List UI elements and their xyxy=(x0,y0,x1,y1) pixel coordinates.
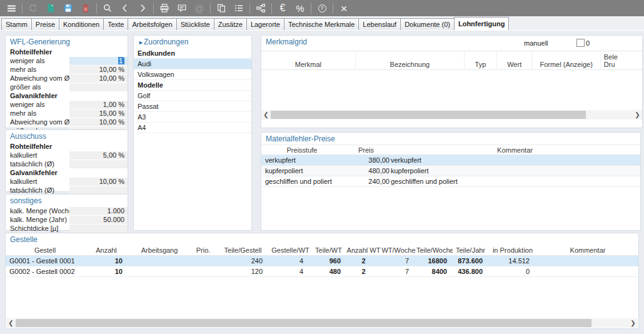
value-field[interactable]: 1.000 xyxy=(69,207,128,215)
list-item-group[interactable]: Modelle xyxy=(134,80,251,91)
panel-sonstiges: sonstiges kalk. Menge (Woche) 1.000 kalk… xyxy=(5,194,128,231)
value-field[interactable]: 10,00 % xyxy=(69,66,128,74)
scroll-left-arrow[interactable]: ❮ xyxy=(6,318,16,328)
value-field[interactable] xyxy=(69,186,128,195)
list-item[interactable]: Passat xyxy=(134,101,251,112)
save-button[interactable] xyxy=(59,1,77,16)
copy-button[interactable] xyxy=(213,1,230,16)
value-field[interactable]: 1,00 % xyxy=(69,101,128,109)
property-label: weniger als xyxy=(6,101,69,109)
column-header-line2: Dru xyxy=(604,61,615,68)
column-header[interactable]: Gestelle/WT xyxy=(270,245,311,255)
list-item-selected[interactable]: Audi xyxy=(134,59,251,69)
column-header-preis[interactable]: Preis xyxy=(343,146,390,154)
column-header[interactable]: Arbeitsgang xyxy=(128,245,191,255)
close-button[interactable]: × xyxy=(335,1,353,16)
table-row[interactable]: G0002 - Gestell 0002 10 120 4 480 2 7 84… xyxy=(6,266,638,276)
column-header[interactable]: Teile/Woche xyxy=(416,245,453,255)
print-button[interactable] xyxy=(156,1,173,16)
list-item[interactable]: Golf xyxy=(134,91,251,101)
scroll-left-arrow[interactable]: ❮ xyxy=(261,110,271,119)
value-field[interactable]: 15,00 % xyxy=(69,109,128,118)
tab-texte[interactable]: Texte xyxy=(103,18,128,30)
tab-stamm[interactable]: Stamm xyxy=(1,18,32,30)
tab-konditionen[interactable]: Konditionen xyxy=(59,18,104,30)
column-header[interactable]: Prio. xyxy=(191,245,216,255)
value-field[interactable]: 10,00 % xyxy=(69,74,128,83)
column-header[interactable]: Teile/Gestell xyxy=(216,245,270,255)
tab-stueckliste[interactable]: Stückliste xyxy=(176,18,214,30)
column-header-typ[interactable]: Typ xyxy=(465,51,497,69)
comment-icon xyxy=(177,3,187,13)
column-header[interactable]: Anzahl WT xyxy=(346,245,381,255)
column-header[interactable]: in Produktion xyxy=(488,245,537,255)
scroll-thumb[interactable] xyxy=(16,319,591,327)
tab-lagerorte[interactable]: Lagerorte xyxy=(246,18,284,30)
comment-button[interactable] xyxy=(173,1,191,16)
list-item[interactable]: A4 xyxy=(134,123,251,133)
scroll-thumb[interactable] xyxy=(271,111,586,119)
new-document-button[interactable] xyxy=(42,1,59,16)
table-row[interactable]: kupferpoliert 480,00 kupferpoliert xyxy=(261,166,640,176)
nav-forward-button[interactable] xyxy=(134,1,151,16)
list-item[interactable]: Volkswagen xyxy=(134,69,251,80)
list-item-group[interactable]: Endkunden xyxy=(134,48,251,59)
value-field[interactable] xyxy=(69,83,128,91)
manuell-checkbox[interactable] xyxy=(576,39,585,47)
column-header-bezeichnung[interactable]: Bezeichnung xyxy=(356,51,465,69)
value-field[interactable] xyxy=(69,225,128,233)
percent-button[interactable]: % xyxy=(291,1,309,16)
value-field[interactable]: 5,00 % xyxy=(69,151,128,159)
refresh-button[interactable] xyxy=(24,1,42,16)
tab-zusaetze[interactable]: Zusätze xyxy=(214,18,247,30)
nav-back-button[interactable] xyxy=(116,1,134,16)
column-header[interactable]: WT/Woche xyxy=(381,245,416,255)
value-field[interactable]: 50.000 xyxy=(69,216,128,224)
column-header[interactable]: Anzahl xyxy=(84,245,128,255)
tab-preise[interactable]: Preise xyxy=(31,18,59,30)
list-button[interactable] xyxy=(230,1,248,16)
column-header-preisstufe[interactable]: Preisstufe xyxy=(261,146,343,154)
menu-button[interactable] xyxy=(3,1,20,16)
table-row-selected[interactable]: G0001 - Gestell 0001 10 240 4 960 2 7 16… xyxy=(6,255,638,266)
delete-button[interactable] xyxy=(77,1,94,16)
section-header: Galvanikfehler xyxy=(6,168,128,177)
list-item[interactable]: A3 xyxy=(134,112,251,123)
cell-in-produktion: 0 xyxy=(488,266,537,276)
column-header[interactable]: Kommentar xyxy=(537,245,638,255)
column-header[interactable]: Gestell xyxy=(6,245,84,255)
tab-dokumente[interactable]: Dokumente (0) xyxy=(400,18,455,30)
value-field[interactable]: 10,00 % xyxy=(69,178,128,186)
tab-lohnfertigung[interactable]: Lohnfertigung xyxy=(454,17,510,30)
tab-arbeitsfolgen[interactable]: Arbeitsfolgen xyxy=(128,18,176,30)
table-row[interactable]: geschliffen und poliert 240,00 geschliff… xyxy=(261,176,640,187)
column-header-kommentar[interactable]: Kommentar xyxy=(390,146,640,154)
share-button[interactable] xyxy=(252,1,269,16)
tab-lebenslauf[interactable]: Lebenslauf xyxy=(358,18,401,30)
scroll-right-arrow[interactable]: ❯ xyxy=(628,318,638,328)
cell-in-produktion: 14.512 xyxy=(488,255,537,266)
euro-button[interactable]: € xyxy=(274,1,291,16)
toolbar-separator xyxy=(249,3,250,14)
cell-prio xyxy=(191,266,216,276)
column-header[interactable]: Teile/Jahr xyxy=(453,245,488,255)
table-row-selected[interactable]: verkupfert 380,00 verkupfert xyxy=(261,155,640,166)
search-button[interactable] xyxy=(99,1,116,16)
value-field[interactable] xyxy=(69,160,128,168)
cell-kommentar: verkupfert xyxy=(390,155,640,165)
tab-technische-merkmale[interactable]: Technische Merkmale xyxy=(284,18,359,30)
scroll-track[interactable] xyxy=(271,110,633,119)
property-row: weniger als 1 xyxy=(6,56,128,65)
scroll-right-arrow[interactable]: ❯ xyxy=(633,110,642,119)
cell-teile-wt: 960 xyxy=(311,255,346,266)
column-header-wert[interactable]: Wert xyxy=(497,51,533,69)
column-header-merkmal[interactable]: Merkmal xyxy=(261,51,356,69)
email-at-button[interactable]: @ xyxy=(191,1,208,16)
scroll-track[interactable] xyxy=(16,318,628,328)
column-header-formel[interactable]: Formel (Anzeige) xyxy=(532,51,600,69)
column-header[interactable]: Teile/WT xyxy=(311,245,346,255)
column-header-beleg-druck[interactable]: Bele Dru xyxy=(601,51,642,69)
help-button[interactable]: ? xyxy=(313,1,331,16)
value-field-selected[interactable]: 1 xyxy=(69,57,128,65)
value-field[interactable]: 10,00 % xyxy=(69,118,128,126)
